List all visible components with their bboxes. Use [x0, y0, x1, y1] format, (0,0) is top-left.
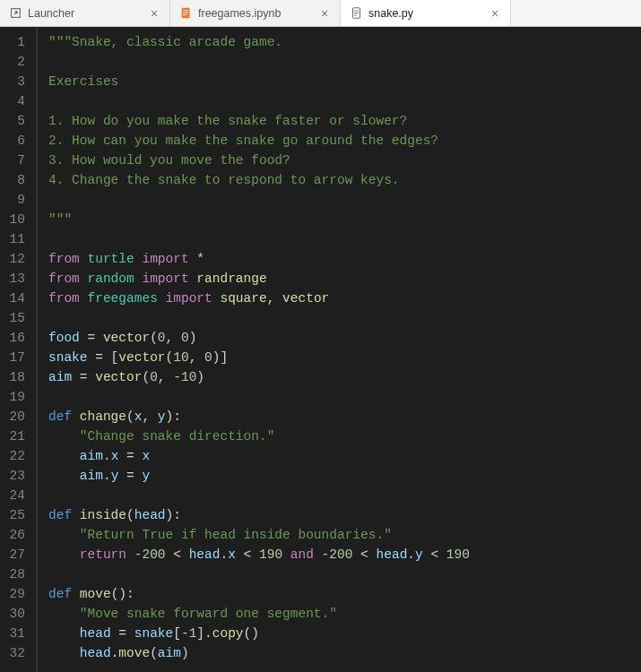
token-fn: vector	[103, 331, 150, 345]
code-line[interactable]: def change(x, y):	[48, 407, 470, 426]
token-op: ,	[142, 409, 157, 424]
tab-freegames-ipynb[interactable]: freegames.ipynb×	[170, 0, 341, 26]
token-var: aim	[158, 646, 181, 660]
line-number: 23	[0, 466, 25, 486]
code-line[interactable]	[48, 387, 470, 407]
code-line[interactable]: "Return True if head inside boundaries."	[48, 525, 470, 545]
token-str: 1. How do you make the snake faster or s…	[48, 114, 407, 128]
token-op: ):	[166, 409, 181, 424]
code-line[interactable]: food = vector(0, 0)	[48, 328, 470, 348]
line-number: 12	[0, 249, 25, 269]
code-line[interactable]	[48, 52, 470, 72]
token-op	[48, 607, 80, 621]
code-line[interactable]	[48, 486, 470, 505]
close-icon[interactable]: ×	[148, 7, 160, 20]
code-line[interactable]: head = snake[-1].copy()	[48, 624, 470, 643]
tab-label: freegames.ipynb	[198, 7, 318, 20]
token-var: x	[228, 547, 236, 562]
code-line[interactable]	[48, 91, 470, 111]
token-num: 0	[150, 370, 158, 384]
token-op: .	[103, 449, 111, 463]
code-line[interactable]: def move():	[48, 584, 470, 604]
token-str: """Snake, classic arcade game.	[48, 35, 282, 49]
code-line[interactable]: from turtle import *	[48, 249, 470, 269]
code-line[interactable]: 3. How would you move the food?	[48, 151, 470, 170]
token-op: (	[150, 646, 158, 660]
token-var: snake	[134, 626, 174, 641]
code-line[interactable]: 2. How can you make the snake go around …	[48, 131, 470, 151]
close-icon[interactable]: ×	[318, 7, 331, 20]
token-op: .	[220, 547, 228, 562]
code-line[interactable]: aim.x = x	[48, 446, 470, 466]
token-op	[72, 587, 80, 601]
code-line[interactable]: """	[48, 210, 470, 229]
code-line[interactable]: aim.y = y	[48, 466, 470, 486]
code-editor[interactable]: 1234567891011121314151617181920212223242…	[0, 27, 641, 672]
token-op	[48, 547, 80, 562]
close-icon[interactable]: ×	[489, 7, 501, 20]
code-line[interactable]: 1. How do you make the snake faster or s…	[48, 111, 470, 131]
code-line[interactable]: from freegames import square, vector	[48, 289, 470, 308]
code-line[interactable]: "Change snake direction."	[48, 426, 470, 446]
token-op: )	[181, 646, 189, 660]
code-line[interactable]: Exercises	[48, 72, 470, 91]
token-fn: vector	[282, 291, 329, 306]
tab-launcher[interactable]: Launcher×	[0, 0, 170, 26]
token-str: 2. How can you make the snake go around …	[48, 134, 438, 148]
line-number: 16	[0, 328, 25, 348]
token-mod: turtle	[88, 252, 134, 266]
line-number: 3	[0, 72, 25, 91]
token-op	[48, 449, 80, 463]
token-op: )	[196, 370, 204, 384]
tab-bar: Launcher×freegames.ipynb×snake.py×	[0, 0, 641, 27]
code-line[interactable]	[48, 229, 470, 249]
token-op	[314, 547, 322, 562]
token-op: <	[352, 547, 376, 562]
code-line[interactable]: from random import randrange	[48, 269, 470, 289]
token-var: x	[142, 449, 150, 463]
code-line[interactable]: 4. Change the snake to respond to arrow …	[48, 170, 470, 190]
tab-snake-py[interactable]: snake.py×	[341, 0, 511, 26]
code-line[interactable]: def inside(head):	[48, 505, 470, 525]
token-var: snake	[48, 350, 88, 365]
token-str: 4. Change the snake to respond to arrow …	[48, 173, 400, 187]
line-number: 4	[0, 91, 25, 111]
line-number: 19	[0, 387, 25, 407]
token-op: ,	[158, 370, 173, 384]
code-line[interactable]: "Move snake forward one segment."	[48, 604, 470, 624]
token-op: ():	[111, 587, 134, 601]
code-line[interactable]	[48, 308, 470, 328]
token-op	[48, 626, 80, 641]
token-op: <	[423, 547, 446, 562]
token-op: ].	[196, 626, 212, 641]
token-op: (	[150, 331, 158, 345]
line-number: 27	[0, 545, 25, 564]
token-var: head	[377, 547, 408, 562]
line-number: 20	[0, 407, 25, 426]
token-kw: and	[290, 547, 314, 562]
token-num: -10	[173, 370, 196, 384]
token-var: head	[80, 646, 111, 660]
line-number: 11	[0, 229, 25, 249]
token-op: (	[166, 350, 174, 365]
token-str: 3. How would you move the food?	[48, 153, 290, 168]
token-fn: vector	[118, 350, 165, 365]
line-number: 32	[0, 643, 25, 663]
token-op	[158, 291, 166, 306]
line-number: 5	[0, 111, 25, 131]
token-num: 0	[204, 350, 212, 365]
code-line[interactable]: """Snake, classic arcade game.	[48, 32, 470, 52]
token-num: 190	[259, 547, 282, 562]
token-var: aim	[80, 449, 103, 463]
code-line[interactable]: aim = vector(0, -10)	[48, 367, 470, 387]
code-line[interactable]	[48, 190, 470, 210]
code-line[interactable]: return -200 < head.x < 190 and -200 < he…	[48, 545, 470, 564]
code-area[interactable]: """Snake, classic arcade game. Exercises…	[36, 27, 470, 672]
code-line[interactable]: snake = [vector(10, 0)]	[48, 348, 470, 367]
code-line[interactable]	[48, 564, 470, 584]
token-op	[72, 508, 80, 522]
code-line[interactable]: head.move(aim)	[48, 643, 470, 663]
token-num: 0	[158, 331, 166, 345]
token-op: ()	[244, 626, 259, 641]
token-fn: copy	[212, 626, 244, 641]
